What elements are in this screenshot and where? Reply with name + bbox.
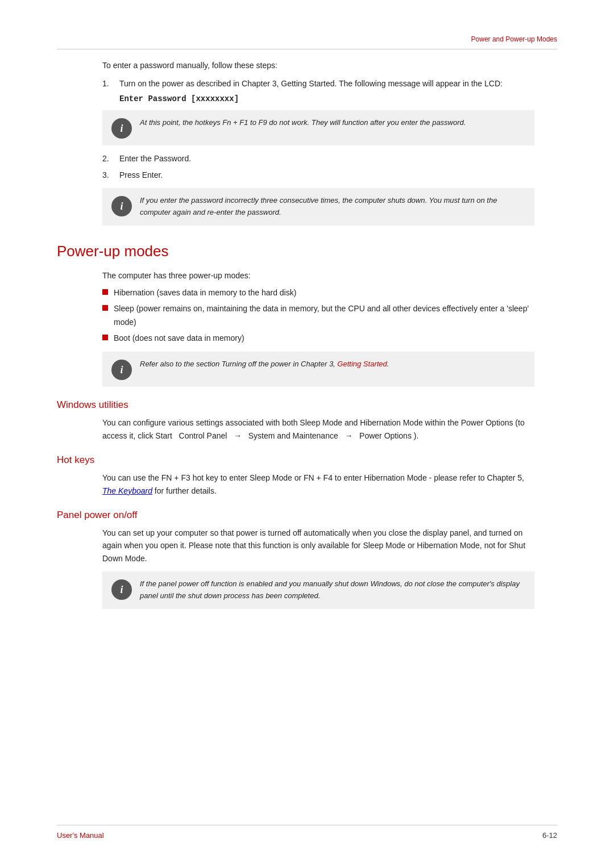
page-footer: User's Manual 6-12 [57,825,557,840]
footer-page-number: 6-12 [542,831,557,840]
bullet-sleep: Sleep (power remains on, maintaining the… [102,302,534,329]
header-title: Power and Power-up Modes [471,35,557,43]
panel-text: You can set up your computer so that pow… [102,527,534,565]
page: Power and Power-up Modes To enter a pass… [0,0,614,868]
bullet-square-1 [102,289,108,295]
panel-power-heading: Panel power on/off [57,510,557,521]
windows-section: You can configure various settings assoc… [102,416,534,442]
bullet-text-2: Sleep (power remains on, maintaining the… [114,302,534,329]
step-1-text: Turn on the power as described in Chapte… [119,77,503,90]
steps-list: 1. Turn on the power as described in Cha… [102,77,534,90]
info-text-3: Refer also to the section Turning off th… [140,358,389,370]
steps-list-2: 2. Enter the Password. 3. Press Enter. [102,152,534,181]
info-box-4: If the panel power off function is enabl… [102,571,534,609]
info-icon-2 [111,196,132,216]
step-3-text: Press Enter. [119,169,163,181]
info-box-3: Refer also to the section Turning off th… [102,352,534,387]
bullet-text-1: Hibernation (saves data in memory to the… [114,286,296,300]
step-2: 2. Enter the Password. [102,152,534,165]
info-box-2: If you enter the password incorrectly th… [102,188,534,226]
step-1-num: 1. [102,77,114,90]
info-text-1: At this point, the hotkeys Fn + F1 to F9… [140,117,466,129]
powerup-bullets: Hibernation (saves data in memory to the… [102,286,534,345]
hotkeys-section: You can use the FN + F3 hot key to enter… [102,471,534,497]
panel-section: You can set up your computer so that pow… [102,527,534,609]
windows-utilities-heading: Windows utilities [57,399,557,411]
bullet-boot: Boot (does not save data in memory) [102,332,534,345]
info-text-2: If you enter the password incorrectly th… [140,195,525,219]
windows-text: You can configure various settings assoc… [102,416,534,442]
intro-section: To enter a password manually, follow the… [102,60,534,226]
page-header: Power and Power-up Modes [57,34,557,49]
info-text-4: If the panel power off function is enabl… [140,578,525,602]
hotkeys-text: You can use the FN + F3 hot key to enter… [102,471,534,497]
powerup-intro: The computer has three power-up modes: [102,269,534,282]
bullet-hibernation: Hibernation (saves data in memory to the… [102,286,534,300]
bullet-square-3 [102,335,108,340]
info-icon-4 [111,579,132,600]
step-2-text: Enter the Password. [119,152,191,165]
section-powerup-heading: Power-up modes [57,243,557,260]
getting-started-link[interactable]: Getting Started [337,360,387,368]
step-2-num: 2. [102,152,114,165]
footer-manual-label: User's Manual [57,831,104,840]
keyboard-link[interactable]: The Keyboard [102,486,152,495]
hot-keys-heading: Hot keys [57,454,557,466]
info-icon-1 [111,118,132,139]
powerup-section: The computer has three power-up modes: H… [102,269,534,387]
info-box-1: At this point, the hotkeys Fn + F1 to F9… [102,110,534,145]
step-1: 1. Turn on the power as described in Cha… [102,77,534,90]
step-3-num: 3. [102,169,114,181]
step-3: 3. Press Enter. [102,169,534,181]
bullet-text-3: Boot (does not save data in memory) [114,332,244,345]
code-line: Enter Password [xxxxxxxx] [119,94,534,103]
intro-instruction: To enter a password manually, follow the… [102,60,534,72]
info-icon-3 [111,360,132,380]
bullet-square-2 [102,305,108,311]
